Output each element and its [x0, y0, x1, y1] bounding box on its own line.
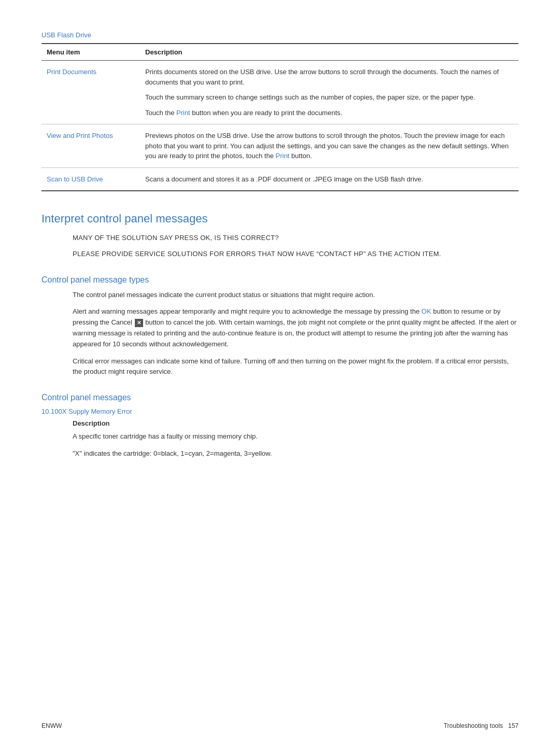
control-types-p2: Alert and warning messages appear tempor…: [73, 306, 519, 349]
description-label: Description: [73, 419, 519, 427]
usb-section-label: USB Flash Drive: [41, 31, 519, 39]
print-docs-p3: Touch the Print button when you are read…: [145, 108, 513, 118]
print-docs-p1: Prints documents stored on the USB drive…: [145, 67, 513, 87]
usb-menu-table: Menu item Description Print Documents Pr…: [41, 43, 519, 191]
control-types-p3: Critical error messages can indicate som…: [73, 356, 519, 378]
interpret-section: Interpret control panel messages MANY OF…: [41, 212, 519, 260]
usb-flash-drive-section: USB Flash Drive Menu item Description Pr…: [41, 31, 519, 191]
ok-link[interactable]: OK: [422, 307, 431, 315]
print-docs-p2: Touch the summary screen to change setti…: [145, 92, 513, 103]
view-print-photos-link[interactable]: View and Print Photos: [47, 132, 113, 139]
view-photos-description: Previews photos on the USB drive. Use th…: [145, 131, 513, 161]
table-row: View and Print Photos Previews photos on…: [41, 124, 519, 168]
interpret-question-2: PLEASE PROVIDE SERVICE SOLUTIONS FOR ERR…: [73, 249, 519, 260]
control-panel-messages-title: Control panel messages: [41, 393, 519, 402]
description-p2: "X" indicates the cartridge: 0=black, 1=…: [73, 448, 519, 459]
print-documents-description: Prints documents stored on the USB drive…: [145, 67, 513, 118]
interpret-question-1: MANY OF THE SOLUTION SAY PRESS OK, IS TH…: [73, 233, 519, 244]
control-panel-messages-section: Control panel messages 10.100X Supply Me…: [41, 393, 519, 459]
footer-section-label: Troubleshooting tools: [444, 722, 503, 729]
col-menu-item-header: Menu item: [41, 44, 145, 61]
scan-usb-description: Scans a document and stores it as a .PDF…: [145, 174, 513, 185]
table-row: Scan to USB Drive Scans a document and s…: [41, 167, 519, 191]
footer-right: Troubleshooting tools 157: [444, 722, 519, 729]
cancel-x-icon: ✕: [135, 319, 143, 327]
control-types-p1: The control panel messages indicate the …: [73, 290, 519, 301]
page-footer: ENWW Troubleshooting tools 157: [0, 722, 560, 729]
table-row: Print Documents Prints documents stored …: [41, 61, 519, 124]
control-panel-types-section: Control panel message types The control …: [41, 275, 519, 378]
control-panel-types-title: Control panel message types: [41, 275, 519, 285]
print-documents-link[interactable]: Print Documents: [47, 68, 96, 76]
error-title: 10.100X Supply Memory Error: [41, 407, 519, 415]
view-photos-p1: Previews photos on the USB drive. Use th…: [145, 131, 513, 161]
scan-usb-p1: Scans a document and stores it as a .PDF…: [145, 174, 513, 185]
col-description-header: Description: [145, 44, 519, 61]
print-link-2[interactable]: Print: [276, 152, 290, 160]
footer-left: ENWW: [41, 722, 62, 729]
page-number: 157: [508, 722, 519, 729]
scan-usb-link[interactable]: Scan to USB Drive: [47, 175, 103, 183]
interpret-section-title: Interpret control panel messages: [41, 212, 519, 226]
print-link-1[interactable]: Print: [176, 109, 190, 117]
description-p1: A specific toner cartridge has a faulty …: [73, 431, 519, 442]
